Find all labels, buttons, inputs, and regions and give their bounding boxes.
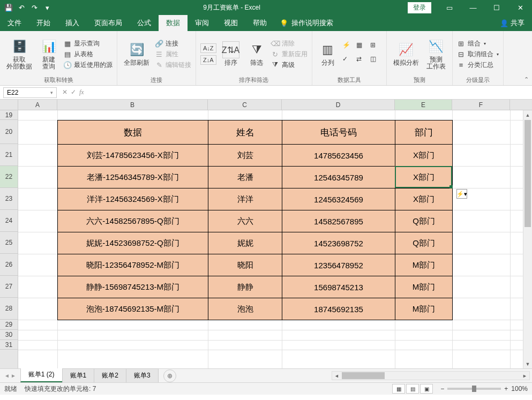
row-header-23[interactable]: 23 xyxy=(0,188,18,210)
remove-dup-icon[interactable]: ▦ xyxy=(356,41,368,53)
new-query-button[interactable]: 📊 新建 查询 xyxy=(38,37,60,71)
zoom-thumb[interactable] xyxy=(472,386,476,392)
table-cell[interactable]: 妮妮 xyxy=(208,232,282,254)
column-header-C[interactable]: C xyxy=(208,100,282,110)
sheet-nav-first-icon[interactable]: ◄ xyxy=(4,373,10,379)
refresh-all-button[interactable]: 🔄 全部刷新 xyxy=(122,40,152,67)
column-header-F[interactable]: F xyxy=(452,100,510,110)
table-cell[interactable]: 15698745213 xyxy=(282,276,395,298)
tab-data[interactable]: 数据 xyxy=(159,15,188,31)
maximize-icon[interactable]: ☐ xyxy=(485,0,508,15)
table-cell[interactable]: 静静-15698745213-M部门 xyxy=(58,276,208,298)
zoom-in-icon[interactable]: + xyxy=(504,385,508,393)
table-header[interactable]: 部门 xyxy=(395,120,453,145)
scroll-up-icon[interactable]: ▲ xyxy=(523,110,532,119)
scroll-thumb[interactable] xyxy=(524,120,531,227)
table-header[interactable]: 姓名 xyxy=(208,120,282,145)
tab-review[interactable]: 审阅 xyxy=(188,15,216,31)
recent-sources-button[interactable]: 🕓最近使用的源 xyxy=(63,61,113,70)
table-cell[interactable]: Q部门 xyxy=(395,232,453,254)
table-cell[interactable]: 14785623456 xyxy=(282,145,395,167)
table-cell[interactable]: 老潘 xyxy=(208,167,282,188)
group-button[interactable]: ⊞组合▾ xyxy=(457,39,499,48)
subtotal-button[interactable]: ≡分类汇总 xyxy=(457,61,499,70)
select-all-corner[interactable] xyxy=(0,100,18,110)
table-cell[interactable]: 刘芸 xyxy=(208,145,282,167)
vertical-scrollbar[interactable]: ▲ ▼ xyxy=(523,110,532,368)
save-icon[interactable]: 💾 xyxy=(4,3,13,12)
tab-home[interactable]: 开始 xyxy=(29,15,58,31)
column-header-D[interactable]: D xyxy=(282,100,395,110)
tab-layout[interactable]: 页面布局 xyxy=(87,15,130,31)
table-cell[interactable]: 18745692135 xyxy=(282,298,395,320)
row-header-22[interactable]: 22 xyxy=(0,166,18,188)
name-box[interactable]: E22 ▾ xyxy=(3,87,57,98)
get-external-data-button[interactable]: 🗄️ 获取 外部数据 xyxy=(4,37,34,71)
ungroup-button[interactable]: ⊟取消组合▾ xyxy=(457,50,499,59)
sort-desc-icon[interactable]: Z↓A xyxy=(200,55,216,65)
add-sheet-button[interactable]: ⊕ xyxy=(163,369,176,382)
login-button[interactable]: 登录 xyxy=(408,2,431,13)
zoom-value[interactable]: 100% xyxy=(511,385,528,393)
column-header-B[interactable]: B xyxy=(57,100,208,110)
forecast-sheet-button[interactable]: 📉 预测 工作表 xyxy=(424,37,448,71)
table-cell[interactable]: 洋洋 xyxy=(208,188,282,210)
table-cell[interactable]: 14582567895 xyxy=(282,210,395,232)
table-cell[interactable]: M部门 xyxy=(395,276,453,298)
sheet-nav-last-icon[interactable]: ► xyxy=(11,373,16,379)
page-break-view-icon[interactable]: ▣ xyxy=(420,384,433,394)
sort-button[interactable]: Z⇅A 排序 xyxy=(220,40,242,67)
table-cell[interactable]: 12356478952 xyxy=(282,254,395,276)
sheet-tab[interactable]: 账单1 xyxy=(62,368,95,382)
row-header-24[interactable]: 24 xyxy=(0,210,18,232)
table-cell[interactable]: 洋洋-12456324569-X部门 xyxy=(58,188,208,210)
row-header-31[interactable]: 31 xyxy=(0,340,18,350)
tab-file[interactable]: 文件 xyxy=(0,15,29,31)
flash-fill-options-icon[interactable]: ⚡▾ xyxy=(456,189,467,199)
sort-asc-icon[interactable]: A↓Z xyxy=(200,43,216,53)
table-cell[interactable]: X部门 xyxy=(395,188,453,210)
row-header-21[interactable]: 21 xyxy=(0,144,18,166)
text-to-columns-button[interactable]: ▥ 分列 xyxy=(317,40,339,67)
table-cell[interactable]: M部门 xyxy=(395,254,453,276)
cells-area[interactable]: 数据姓名电话号码部门刘芸-14785623456-X部门刘芸1478562345… xyxy=(18,110,532,368)
row-header-28[interactable]: 28 xyxy=(0,298,18,320)
table-cell[interactable]: 刘芸-14785623456-X部门 xyxy=(58,145,208,167)
data-model-icon[interactable]: ◫ xyxy=(370,55,382,67)
normal-view-icon[interactable]: ▦ xyxy=(392,384,405,394)
table-header[interactable]: 电话号码 xyxy=(282,120,395,145)
row-header-29[interactable]: 29 xyxy=(0,320,18,330)
table-cell[interactable]: Q部门 xyxy=(395,210,453,232)
clear-filter-button[interactable]: ⌫清除 xyxy=(271,39,308,48)
row-header-30[interactable]: 30 xyxy=(0,330,18,340)
collapse-ribbon-icon[interactable]: ⌃ xyxy=(524,76,529,83)
tab-view[interactable]: 视图 xyxy=(216,15,245,31)
table-cell[interactable]: 14523698752 xyxy=(282,232,395,254)
share-button[interactable]: 👤 共享 xyxy=(492,15,532,31)
show-queries-button[interactable]: ▦显示查询 xyxy=(63,39,113,48)
from-table-button[interactable]: ▤从表格 xyxy=(63,50,113,59)
zoom-slider[interactable] xyxy=(447,388,501,390)
table-cell[interactable]: 六六-14582567895-Q部门 xyxy=(58,210,208,232)
table-cell[interactable]: X部门 xyxy=(395,167,453,188)
data-validation-icon[interactable]: ✓ xyxy=(342,55,354,67)
table-header[interactable]: 数据 xyxy=(58,120,208,145)
table-cell[interactable]: 12546345789 xyxy=(282,167,395,188)
table-cell[interactable]: 六六 xyxy=(208,210,282,232)
connections-button[interactable]: 🔗连接 xyxy=(155,39,191,48)
table-cell[interactable]: 泡泡 xyxy=(208,298,282,320)
whatif-button[interactable]: 📈 模拟分析 xyxy=(391,40,421,67)
filter-button[interactable]: ⧩ 筛选 xyxy=(245,40,268,67)
cancel-icon[interactable]: ✕ xyxy=(62,88,68,96)
table-cell[interactable]: M部门 xyxy=(395,298,453,320)
minimize-icon[interactable]: — xyxy=(461,0,485,15)
table-cell[interactable]: 12456324569 xyxy=(282,188,395,210)
row-header-19[interactable]: 19 xyxy=(0,110,18,120)
tab-insert[interactable]: 插入 xyxy=(58,15,87,31)
row-header-25[interactable]: 25 xyxy=(0,232,18,254)
consolidate-icon[interactable]: ⊞ xyxy=(370,41,382,53)
edit-links-button[interactable]: ✎编辑链接 xyxy=(155,61,191,70)
close-icon[interactable]: ✕ xyxy=(508,0,532,15)
undo-icon[interactable]: ↶ xyxy=(17,3,26,12)
properties-button[interactable]: ☰属性 xyxy=(155,50,191,59)
